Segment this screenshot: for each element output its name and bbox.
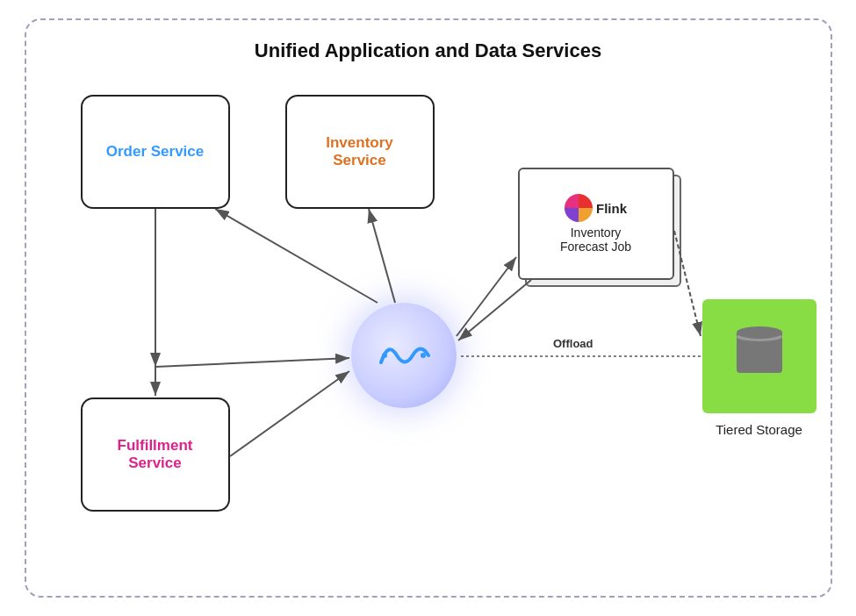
db-top (737, 326, 782, 339)
kafka-stream-circle (351, 303, 457, 408)
inventory-service-box: InventoryService (285, 95, 435, 209)
svg-text:Offload: Offload (553, 337, 593, 350)
flink-job-box: Flink InventoryForecast Job (518, 168, 685, 295)
tiered-storage-label: Tiered Storage (689, 422, 830, 437)
svg-line-8 (369, 209, 395, 303)
fulfillment-service-label: FulfillmentService (118, 437, 193, 472)
diagram-container: Unified Application and Data Services Or… (25, 18, 832, 598)
svg-point-1 (421, 353, 426, 358)
flink-job-label: InventoryForecast Job (560, 226, 631, 254)
svg-line-10 (457, 257, 516, 336)
svg-line-7 (215, 209, 378, 303)
diagram-title: Unified Application and Data Services (26, 39, 831, 62)
database-cylinder-icon (737, 326, 782, 386)
tiered-storage-box (702, 299, 816, 413)
svg-line-6 (230, 371, 349, 456)
flink-icon (565, 194, 593, 222)
flink-label-row: Flink (565, 194, 627, 222)
kafka-wave-icon (378, 338, 430, 373)
svg-point-0 (382, 353, 387, 358)
flink-name-label: Flink (596, 201, 627, 216)
order-service-box: Order Service (81, 95, 230, 209)
flink-box-main: Flink InventoryForecast Job (518, 168, 674, 280)
fulfillment-service-box: FulfillmentService (81, 398, 230, 512)
inventory-service-label: InventoryService (326, 134, 393, 169)
svg-line-5 (155, 358, 349, 367)
